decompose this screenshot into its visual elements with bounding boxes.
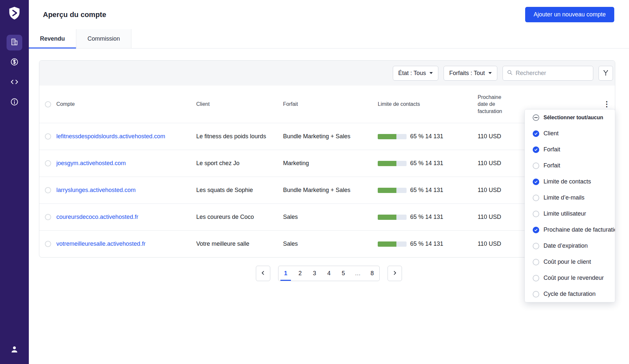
column-menu-item-label: Limite de contacts (543, 178, 591, 185)
column-menu-checkbox[interactable] (533, 163, 539, 169)
status-filter-dropdown[interactable]: État : Tous (393, 66, 439, 81)
column-menu-checkbox[interactable] (533, 179, 539, 185)
column-menu-item[interactable]: Limite d’e-mails (525, 190, 615, 206)
column-menu-item-label: Client (543, 130, 559, 137)
client-value: Les squats de Sophie (196, 187, 283, 194)
sidebar-item-accounts[interactable] (7, 35, 22, 50)
pagination-prev-button[interactable] (256, 266, 270, 281)
add-account-button[interactable]: Ajouter un nouveau compte (525, 7, 614, 22)
column-menu-checkbox[interactable] (533, 146, 539, 153)
contacts-progress-bar (378, 188, 407, 193)
topbar: Aperçu du compte Ajouter un nouveau comp… (29, 0, 629, 29)
row-checkbox[interactable] (45, 214, 51, 220)
select-all-columns-checkbox[interactable] (533, 114, 539, 121)
pagination-page-3[interactable]: 3 (307, 266, 322, 281)
column-menu-checkbox[interactable] (533, 243, 539, 249)
column-menu-item[interactable]: Coût pour le revendeur (525, 270, 615, 286)
column-menu-checkbox[interactable] (533, 130, 539, 137)
tab-commission[interactable]: Commission (76, 29, 131, 48)
contacts-progress-fill (378, 161, 396, 166)
column-menu-item[interactable]: Limite de contacts (525, 174, 615, 190)
search-icon (507, 69, 513, 77)
column-menu-checkbox[interactable] (533, 291, 539, 297)
column-menu-item[interactable]: Prochaine date de facturation (525, 222, 615, 238)
page-title: Aperçu du compte (43, 10, 106, 19)
sidebar-nav (7, 35, 22, 110)
account-link[interactable]: coureursdecoco.activehosted.fr (56, 214, 138, 220)
pagination-next-button[interactable] (388, 266, 402, 281)
pagination-page-8[interactable]: 8 (365, 266, 379, 281)
brand-logo[interactable] (7, 6, 22, 22)
search-input[interactable] (516, 70, 589, 77)
advanced-filter-button[interactable] (599, 66, 613, 81)
contacts-progress-fill (378, 188, 396, 193)
column-menu-item-label: Limite utilisateur (543, 210, 586, 217)
pagination-page-5[interactable]: 5 (336, 266, 351, 281)
client-value: Le sport chez Jo (196, 160, 283, 167)
sidebar-item-billing[interactable] (7, 55, 22, 70)
sidebar (0, 0, 29, 364)
sidebar-profile[interactable] (0, 345, 29, 355)
account-link[interactable]: votremeilleuresalle.activehosted.fr (56, 240, 145, 247)
client-value: Votre meilleure salle (196, 240, 283, 247)
row-checkbox[interactable] (45, 187, 51, 193)
contacts-value: 65 % 14 131 (410, 240, 443, 247)
column-menu-item-label: Date d’expiration (543, 242, 588, 249)
account-link[interactable]: larryslunges.activehosted.com (56, 187, 136, 193)
select-all-columns-item[interactable]: Sélectionner tout/aucun (525, 109, 615, 125)
sidebar-item-info[interactable] (7, 95, 22, 110)
pagination-page-4[interactable]: 4 (322, 266, 336, 281)
column-menu-item-label: Limite d’e-mails (543, 194, 584, 201)
column-menu-checkbox[interactable] (533, 195, 539, 201)
column-settings-kebab-button[interactable]: ⋮ (603, 101, 610, 108)
column-menu-checkbox[interactable] (533, 227, 539, 233)
pagination-page-2[interactable]: 2 (293, 266, 307, 281)
chevron-down-icon (429, 72, 433, 74)
tab-revendu[interactable]: Revendu (29, 29, 76, 48)
column-menu-item[interactable]: Date d’expiration (525, 238, 615, 254)
account-link[interactable]: joesgym.activehosted.com (56, 160, 126, 166)
column-visibility-menu: Sélectionner tout/aucun Client Forfait F… (524, 109, 615, 302)
column-header-contacts: Limite de contacts (378, 101, 478, 107)
row-checkbox[interactable] (45, 241, 51, 247)
column-menu-checkbox[interactable] (533, 275, 539, 281)
column-menu-checkbox[interactable] (533, 211, 539, 217)
pagination-ellipsis: … (351, 266, 365, 281)
person-icon (10, 345, 19, 355)
contacts-value: 65 % 14 131 (410, 187, 443, 194)
plans-filter-dropdown[interactable]: Forfaits : Tout (444, 66, 497, 81)
row-checkbox[interactable] (45, 133, 51, 140)
column-menu-item-label: Prochaine date de facturation (543, 226, 615, 233)
column-header-billing: Prochaine date de facturation (478, 94, 510, 115)
column-menu-item-label: Forfait (543, 162, 560, 169)
contacts-value: 65 % 14 131 (410, 160, 443, 167)
pagination-pages: 12345…8 (278, 266, 380, 281)
column-menu-checkbox[interactable] (533, 259, 539, 265)
select-all-rows-checkbox[interactable] (45, 101, 51, 107)
column-menu-item[interactable]: Client (525, 125, 615, 142)
column-menu-item-label: Coût pour le revendeur (543, 275, 604, 281)
contacts-progress-fill (378, 241, 396, 247)
building-icon (10, 38, 18, 47)
search-box (503, 66, 593, 81)
filter-bar: État : Tous Forfaits : Tout (39, 61, 615, 86)
sidebar-item-developer[interactable] (7, 75, 22, 90)
info-icon (10, 98, 19, 107)
plan-value: Sales (283, 240, 378, 247)
pagination-page-1[interactable]: 1 (278, 266, 293, 281)
dollar-icon (10, 58, 19, 67)
column-menu-item[interactable]: Coût pour le client (525, 254, 615, 270)
account-link[interactable]: lefitnessdespoidslourds.activehosted.com (56, 133, 165, 140)
row-checkbox[interactable] (45, 160, 51, 166)
contacts-progress-bar (378, 134, 407, 139)
column-menu-item[interactable]: Forfait (525, 142, 615, 158)
column-header-plan: Forfait (283, 101, 378, 107)
column-menu-item-label: Cycle de facturation (543, 291, 596, 297)
column-header-account: Compte (56, 101, 196, 107)
plan-value: Marketing (283, 160, 378, 167)
code-icon (10, 78, 19, 87)
column-menu-item[interactable]: Limite utilisateur (525, 206, 615, 222)
contacts-progress-bar (378, 241, 407, 247)
column-menu-item[interactable]: Forfait (525, 158, 615, 174)
column-menu-item[interactable]: Cycle de facturation (525, 286, 615, 302)
